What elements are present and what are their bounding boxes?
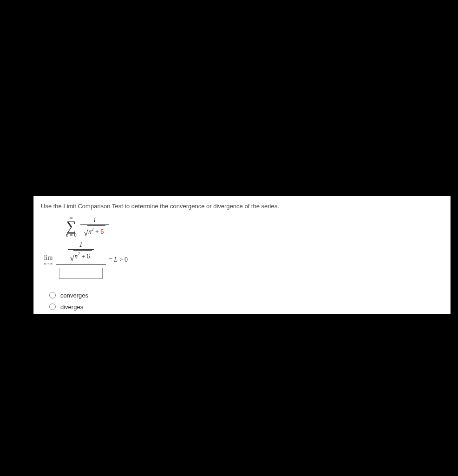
big-fraction-bar [56, 264, 106, 264]
question-card: Use the Limit Comparison Test to determi… [33, 196, 451, 314]
sigma-glyph: ∑ [66, 220, 76, 232]
limit-operator: lim n→∞ [44, 254, 53, 266]
limit-result: = L > 0 [109, 256, 128, 264]
radio-icon [49, 292, 56, 298]
radical-icon: √ [84, 230, 88, 236]
question-prompt: Use the Limit Comparison Test to determi… [41, 203, 443, 210]
option-label: diverges [60, 304, 83, 311]
limit-denominator [59, 266, 103, 279]
limit-numerator: 1 √ n2 + 6 [68, 241, 94, 262]
limit-expression: lim n→∞ 1 √ n2 + 6 [44, 241, 443, 279]
inner-radicand: n2 + 6 [73, 250, 92, 260]
option-label: converges [60, 292, 88, 299]
inner-denominator: √ n2 + 6 [69, 250, 92, 262]
question-content: Use the Limit Comparison Test to determi… [34, 196, 450, 311]
sqrt-expression: √ n2 + 6 [84, 225, 105, 236]
sigma-symbol: ∞ ∑ n = 0 [66, 216, 77, 238]
series-term-fraction: 1 √ n2 + 6 [80, 217, 109, 238]
fraction-numerator: 1 [92, 217, 97, 225]
radical-icon: √ [70, 255, 74, 261]
comparison-series-input[interactable] [59, 268, 103, 279]
limit-fraction: 1 √ n2 + 6 [56, 241, 106, 279]
lim-subscript: n→∞ [44, 262, 53, 266]
lim-text: lim [44, 254, 53, 262]
fraction-denominator: √ n2 + 6 [83, 225, 106, 238]
sigma-lower-bound: n = 0 [66, 232, 77, 238]
option-diverges[interactable]: diverges [49, 304, 443, 311]
option-converges[interactable]: converges [49, 292, 443, 299]
radio-icon [49, 304, 56, 310]
inner-numerator: 1 [78, 241, 83, 249]
radicand: n2 + 6 [87, 225, 105, 236]
series-expression: ∞ ∑ n = 0 1 √ n2 + 6 [66, 216, 443, 238]
inner-sqrt: √ n2 + 6 [70, 250, 92, 260]
inner-fraction: 1 √ n2 + 6 [68, 241, 94, 262]
answer-options: converges diverges [49, 292, 443, 311]
